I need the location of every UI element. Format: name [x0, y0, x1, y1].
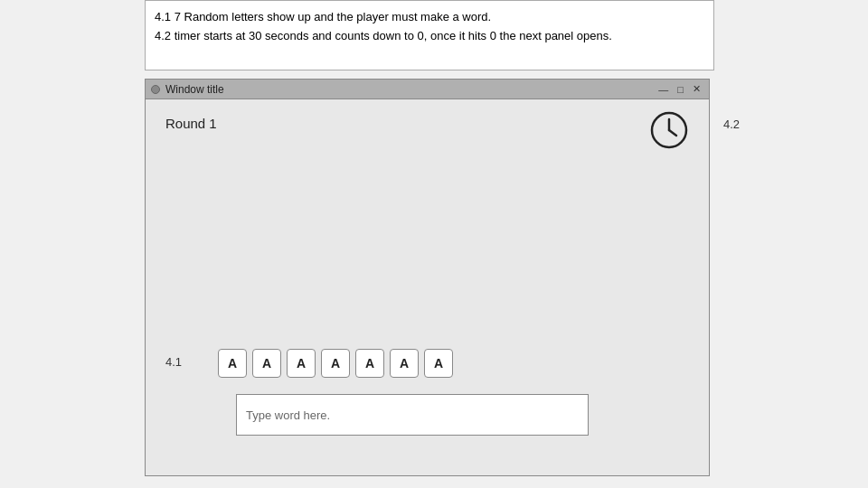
- letter-tile-1[interactable]: A: [252, 349, 281, 378]
- window-controls: — □ ✕: [656, 83, 703, 95]
- annotation-4-1: 4.1: [165, 355, 182, 369]
- close-button[interactable]: ✕: [690, 83, 703, 95]
- letter-tile-5[interactable]: A: [390, 349, 419, 378]
- window-titlebar: Window title — □ ✕: [146, 80, 709, 99]
- window-body: Round 1 4.1 AAAAAAA Type word here.: [146, 99, 709, 475]
- window-title: Window title: [165, 83, 224, 96]
- letter-tiles-container: AAAAAAA: [218, 349, 453, 378]
- letter-tile-0[interactable]: A: [218, 349, 247, 378]
- minimize-button[interactable]: —: [656, 84, 671, 95]
- word-input-placeholder: Type word here.: [246, 408, 330, 422]
- letter-tile-4[interactable]: A: [355, 349, 384, 378]
- description-line1: 4.1 7 Random letters show up and the pla…: [155, 8, 704, 27]
- word-input-area[interactable]: Type word here.: [236, 394, 589, 436]
- clock-icon: [649, 110, 689, 150]
- annotation-4-2: 4.2: [723, 117, 740, 131]
- main-window: Window title — □ ✕ Round 1 4.1 AAAAAAA T…: [145, 79, 710, 476]
- letter-tile-2[interactable]: A: [287, 349, 316, 378]
- description-line2: 4.2 timer starts at 30 seconds and count…: [155, 27, 704, 46]
- svg-line-2: [669, 130, 676, 136]
- window-dot: [151, 85, 160, 94]
- round-label: Round 1: [165, 116, 217, 131]
- description-box: 4.1 7 Random letters show up and the pla…: [145, 0, 714, 70]
- titlebar-left: Window title: [151, 83, 224, 96]
- letter-tile-6[interactable]: A: [424, 349, 453, 378]
- maximize-button[interactable]: □: [675, 84, 686, 95]
- letter-tile-3[interactable]: A: [321, 349, 350, 378]
